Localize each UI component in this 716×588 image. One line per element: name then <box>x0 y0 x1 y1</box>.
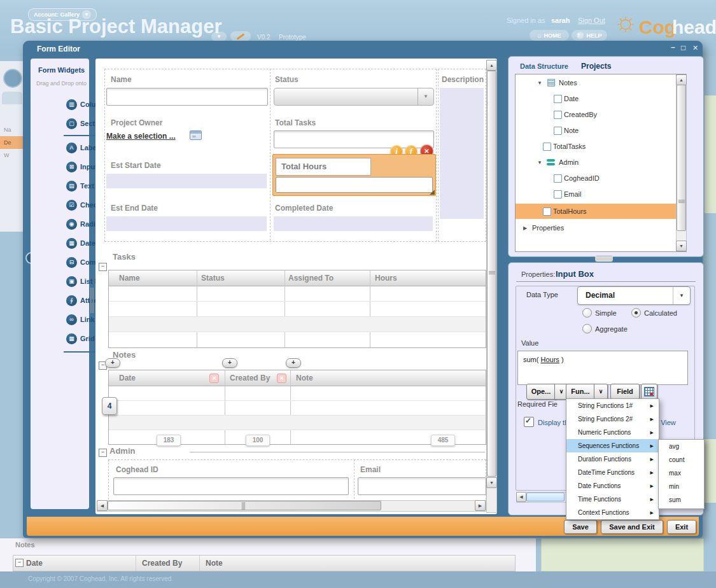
scroll-up-button[interactable]: ▲ <box>676 74 687 85</box>
email-input[interactable] <box>358 477 486 495</box>
tree-item-admin[interactable]: Admin <box>559 158 579 166</box>
submenu-item-avg[interactable]: avg <box>659 440 704 453</box>
add-column-button[interactable]: + <box>105 358 120 368</box>
collapse-icon[interactable]: − <box>15 559 24 567</box>
minimize-icon[interactable]: – <box>671 43 675 52</box>
menu-item-time-functions[interactable]: Time Functions▶ <box>566 493 659 506</box>
function-dropdown-button[interactable]: ∨ <box>594 384 608 400</box>
help-button[interactable]: ? HELP <box>572 30 607 41</box>
tasks-grid[interactable]: Name Status Assigned To Hours <box>108 270 486 348</box>
coghead-id-input[interactable] <box>113 477 349 495</box>
vscroll-thumb[interactable] <box>487 71 496 477</box>
expander-closed-icon[interactable]: ▶ <box>523 225 527 231</box>
tree-item-date[interactable]: Date <box>564 95 579 102</box>
scroll-left-button[interactable]: ◀ <box>516 492 526 502</box>
scroll-down-button[interactable]: ▼ <box>486 477 497 488</box>
checkbox[interactable] <box>554 127 562 135</box>
hscroll-thumb[interactable] <box>108 501 381 510</box>
home-button[interactable]: ⌂ HOME <box>530 30 569 41</box>
status-combo[interactable]: ▼ <box>274 88 434 106</box>
chevron-down-icon[interactable]: ▼ <box>673 287 690 304</box>
scroll-up-button[interactable]: ▲ <box>486 60 497 71</box>
tree-item-properties[interactable]: Properties <box>532 224 564 232</box>
submenu-item-max[interactable]: max <box>659 466 704 480</box>
radio-aggregate[interactable] <box>582 324 592 333</box>
resize-handle[interactable] <box>430 190 435 195</box>
tree-item-totalhours-selected[interactable]: TotalHours <box>516 204 676 219</box>
widget-label[interactable]: A Label <box>66 141 99 154</box>
row-count-badge[interactable]: 4 <box>102 397 117 415</box>
submenu-item-sum[interactable]: sum <box>659 493 704 507</box>
data-type-dropdown[interactable]: Decimal ▼ <box>577 286 691 305</box>
completed-date-field[interactable] <box>274 216 433 231</box>
total-hours-widget-selected[interactable]: Total Hours <box>272 154 436 196</box>
menu-item-datetime-functions[interactable]: DateTime Functions▶ <box>566 466 659 479</box>
properties-scroll-thumb[interactable] <box>526 493 565 501</box>
formula-textarea[interactable]: sum( Hours ) <box>517 351 688 385</box>
delete-column-icon[interactable]: ✕ <box>277 374 286 383</box>
menu-item-date-functions[interactable]: Date Functions▶ <box>566 479 659 493</box>
menu-item-string-functions-2[interactable]: String Functions 2#▶ <box>566 412 659 426</box>
close-icon[interactable]: ✕ <box>692 44 698 52</box>
menu-item-duration-functions[interactable]: Duration Functions▶ <box>566 452 659 466</box>
total-hours-input[interactable] <box>276 177 433 193</box>
submenu-item-count[interactable]: count <box>659 453 704 466</box>
radio-calculated[interactable] <box>631 308 641 318</box>
menu-item-string-functions-1[interactable]: String Functions 1#▶ <box>566 399 659 412</box>
checkbox[interactable] <box>554 174 562 183</box>
combo-arrow-icon[interactable]: ▼ <box>418 88 433 105</box>
widget-link[interactable]: ∞ Link <box>66 313 95 326</box>
scroll-down-button[interactable]: ▼ <box>676 241 687 251</box>
panel-splitter[interactable] <box>595 256 613 262</box>
sidebar-splitter[interactable] <box>90 288 94 313</box>
wrench-icon[interactable] <box>230 31 251 41</box>
save-and-exit-button[interactable]: Save and Exit <box>601 520 663 534</box>
tasks-collapse-icon[interactable]: − <box>99 263 107 271</box>
notes-grid[interactable]: Date ✕ Created By ✕ Note <box>108 370 486 445</box>
exit-button[interactable]: Exit <box>667 520 696 534</box>
tree-scroll-thumb[interactable] <box>677 85 686 231</box>
function-button[interactable]: Fun... <box>566 384 595 400</box>
est-end-date-field[interactable] <box>106 216 267 231</box>
menu-item-context-functions[interactable]: Context Functions▶ <box>566 506 659 519</box>
description-textarea[interactable] <box>440 88 484 219</box>
field-button[interactable]: Field <box>610 384 640 400</box>
sign-out-link[interactable]: Sign Out <box>578 17 605 24</box>
name-input[interactable] <box>106 88 268 106</box>
admin-collapse-icon[interactable]: − <box>99 449 107 457</box>
maximize-icon[interactable]: □ <box>681 43 685 52</box>
tree-item-notes[interactable]: Notes <box>559 79 577 87</box>
scroll-right-button[interactable]: ▶ <box>475 500 486 511</box>
expander-open-icon[interactable]: ▼ <box>537 160 542 165</box>
total-hours-label-box[interactable]: Total Hours <box>276 158 371 176</box>
checkbox[interactable] <box>543 143 551 151</box>
checkbox[interactable] <box>554 95 562 103</box>
tree-item-note[interactable]: Note <box>564 127 579 134</box>
tree-item-createdby[interactable]: CreatedBy <box>564 111 597 118</box>
submenu-item-min[interactable]: min <box>659 480 704 493</box>
radio-simple[interactable] <box>582 308 592 318</box>
expander-open-icon[interactable]: ▼ <box>537 80 542 86</box>
tree-item-cogheadid[interactable]: CogheadID <box>564 174 600 182</box>
est-start-date-field[interactable] <box>106 174 267 188</box>
tree-item-totaltasks[interactable]: TotalTasks <box>553 143 586 150</box>
title-dropdown-icon[interactable]: ▼ <box>211 32 227 41</box>
tab-data-structure[interactable]: Data Structure <box>520 62 568 70</box>
calculator-button[interactable] <box>641 384 657 400</box>
save-button[interactable]: Save <box>564 520 597 534</box>
make-selection-link[interactable]: Make a selection ... <box>106 132 176 141</box>
add-column-button[interactable]: + <box>222 358 237 368</box>
widget-grid[interactable]: ▦ Grid <box>66 332 95 345</box>
menu-item-numeric-functions[interactable]: Numeric Functions▶ <box>566 426 659 439</box>
add-column-button[interactable]: + <box>286 358 301 368</box>
operator-button[interactable]: Ope... <box>526 384 556 400</box>
menu-item-sequences-functions[interactable]: Sequences Functions▶ <box>566 439 659 452</box>
checkbox[interactable] <box>554 190 562 199</box>
display-checkbox[interactable]: ✓ <box>524 417 534 427</box>
delete-column-icon[interactable]: ✕ <box>209 374 219 383</box>
checkbox[interactable] <box>554 111 562 119</box>
selector-window-icon[interactable]: ∞ <box>190 130 202 140</box>
scroll-left-button[interactable]: ◀ <box>97 500 108 511</box>
tree-item-email[interactable]: Email <box>564 190 582 198</box>
tab-projects[interactable]: Projects <box>581 62 611 71</box>
